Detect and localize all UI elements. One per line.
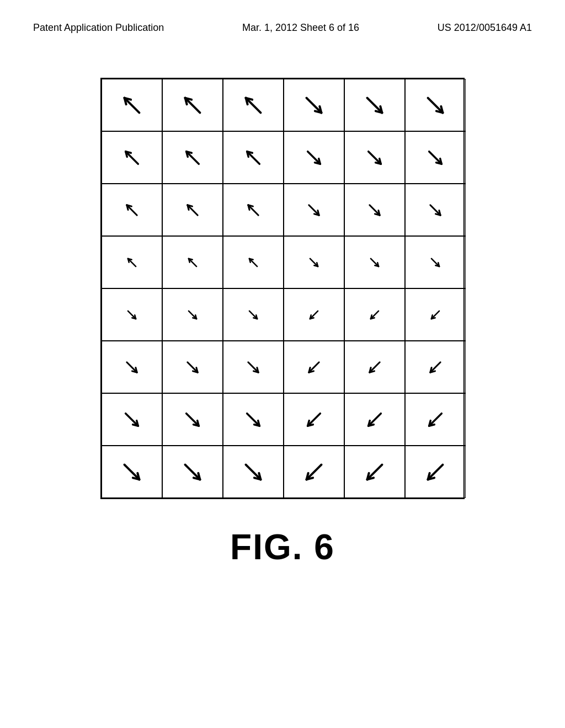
svg-line-122: [369, 424, 374, 426]
svg-line-59: [189, 258, 190, 262]
svg-line-24: [247, 151, 260, 164]
svg-line-23: [186, 151, 188, 157]
svg-line-141: [428, 464, 443, 479]
grid-cell-r0-c1: [162, 79, 223, 131]
grid-cell-r3-c4: [344, 236, 405, 288]
header-left: Patent Application Publication: [33, 22, 164, 34]
grid-cell-r1-c0: [102, 131, 162, 184]
svg-line-35: [440, 158, 442, 164]
grid-cell-r4-c5: [405, 288, 466, 341]
svg-line-30: [369, 151, 381, 164]
svg-line-15: [428, 98, 443, 113]
svg-line-86: [371, 318, 375, 319]
grid-cell-r0-c0: [102, 79, 162, 131]
svg-line-21: [186, 151, 199, 164]
header-center: Mar. 1, 2012 Sheet 6 of 16: [242, 22, 359, 34]
svg-line-27: [308, 151, 321, 164]
main-content: FIG. 6: [0, 45, 565, 568]
grid-cell-r4-c1: [162, 288, 223, 341]
svg-line-120: [369, 413, 381, 426]
svg-line-3: [185, 98, 200, 113]
svg-line-108: [126, 413, 138, 426]
grid-cell-r0-c4: [344, 79, 405, 131]
header-right: US 2012/0051649 A1: [438, 22, 532, 34]
grid-cell-r2-c4: [344, 184, 405, 236]
svg-line-0: [125, 98, 140, 113]
svg-line-71: [438, 263, 439, 266]
svg-line-135: [307, 464, 322, 479]
grid-cell-r2-c2: [223, 184, 284, 236]
grid-cell-r1-c1: [162, 131, 223, 184]
grid-cell-r7-c2: [223, 446, 284, 498]
grid-cell-r2-c1: [162, 184, 223, 236]
svg-line-126: [125, 464, 140, 479]
grid-cell-r5-c3: [284, 341, 344, 393]
grid-cell-r2-c0: [102, 184, 162, 236]
arrow-grid: [100, 78, 465, 499]
grid-cell-r6-c0: [102, 393, 162, 446]
grid-cell-r3-c1: [162, 236, 223, 288]
svg-line-12: [367, 98, 382, 113]
grid-cell-r0-c2: [223, 79, 284, 131]
svg-line-117: [308, 413, 321, 426]
grid-cell-r4-c4: [344, 288, 405, 341]
grid-cell-r1-c4: [344, 131, 405, 184]
grid-cell-r5-c2: [223, 341, 284, 393]
svg-line-111: [186, 413, 199, 426]
svg-line-32: [380, 158, 381, 164]
grid-cell-r7-c3: [284, 446, 344, 498]
svg-line-138: [367, 464, 382, 479]
grid-cell-r1-c2: [223, 131, 284, 184]
svg-line-132: [246, 464, 261, 479]
svg-line-9: [307, 98, 322, 113]
grid-cell-r3-c3: [284, 236, 344, 288]
header: Patent Application Publication Mar. 1, 2…: [0, 0, 565, 45]
svg-line-6: [246, 98, 261, 113]
svg-line-56: [128, 258, 129, 262]
grid-cell-r7-c0: [102, 446, 162, 498]
svg-line-65: [317, 263, 318, 266]
svg-line-89: [431, 318, 435, 319]
grid-cell-r2-c5: [405, 184, 466, 236]
grid-cell-r7-c4: [344, 446, 405, 498]
grid-cell-r4-c3: [284, 288, 344, 341]
grid-cell-r6-c1: [162, 393, 223, 446]
svg-line-68: [377, 263, 379, 266]
grid-cell-r5-c5: [405, 341, 466, 393]
figure-label: FIG. 6: [230, 527, 335, 568]
grid-cell-r2-c3: [284, 184, 344, 236]
svg-line-129: [185, 464, 200, 479]
grid-cell-r3-c5: [405, 236, 466, 288]
svg-line-125: [429, 424, 435, 426]
svg-line-74: [135, 315, 136, 319]
svg-line-110: [137, 420, 138, 426]
grid-cell-r6-c2: [223, 393, 284, 446]
svg-line-18: [126, 151, 138, 164]
grid-cell-r5-c1: [162, 341, 223, 393]
grid-cell-r5-c4: [344, 341, 405, 393]
svg-line-83: [310, 318, 314, 319]
svg-line-80: [256, 315, 257, 319]
grid-cell-r0-c3: [284, 79, 344, 131]
svg-line-119: [308, 424, 313, 426]
svg-line-123: [429, 413, 442, 426]
grid-cell-r4-c2: [223, 288, 284, 341]
svg-line-33: [429, 151, 442, 164]
svg-line-113: [198, 420, 199, 426]
grid-cell-r6-c5: [405, 393, 466, 446]
grid-cell-r3-c0: [102, 236, 162, 288]
grid-cell-r7-c5: [405, 446, 466, 498]
svg-line-62: [249, 258, 250, 262]
svg-line-114: [247, 413, 260, 426]
grid-cell-r6-c3: [284, 393, 344, 446]
grid-cell-r4-c0: [102, 288, 162, 341]
grid-cell-r0-c5: [405, 79, 466, 131]
svg-line-77: [195, 315, 196, 319]
grid-cell-r1-c3: [284, 131, 344, 184]
grid-cell-r3-c2: [223, 236, 284, 288]
svg-line-116: [258, 420, 260, 426]
grid-cell-r6-c4: [344, 393, 405, 446]
svg-line-29: [319, 158, 321, 164]
grid-cell-r7-c1: [162, 446, 223, 498]
grid-cell-r1-c5: [405, 131, 466, 184]
